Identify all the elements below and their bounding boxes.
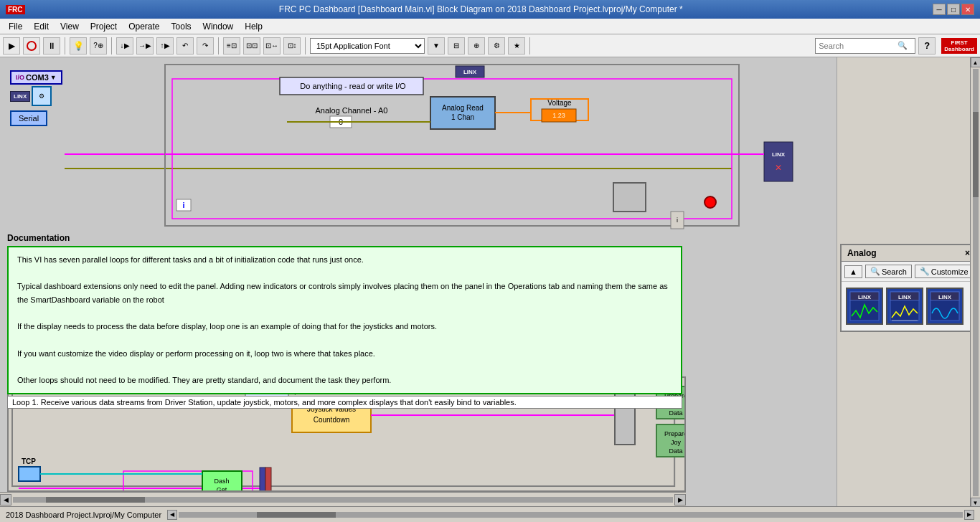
com3-dropdown[interactable]: ▼	[50, 74, 57, 81]
svg-text:Analog Channel - A0: Analog Channel - A0	[316, 106, 388, 115]
svg-rect-21	[613, 183, 646, 212]
help-button[interactable]: ?	[918, 37, 936, 54]
menu-edit[interactable]: Edit	[28, 20, 55, 33]
scroll-track[interactable]	[13, 497, 673, 503]
svg-rect-26	[176, 199, 191, 211]
minimize-button[interactable]: ─	[933, 4, 946, 15]
com3-block: I/O COM3 ▼ LINX ⚙ Serial	[10, 70, 62, 126]
svg-text:Prepare: Prepare	[664, 430, 684, 437]
analog-close-btn[interactable]: ×	[965, 248, 970, 258]
status-scroll-right[interactable]: ▶	[964, 510, 974, 520]
undo-button[interactable]: ↶	[176, 37, 194, 54]
com3-icon: I/O	[16, 74, 24, 81]
search-bar-top[interactable]: 🔍	[815, 38, 915, 54]
favorites-button[interactable]: ★	[508, 37, 525, 54]
svg-rect-17	[542, 109, 576, 122]
reorder-button[interactable]: ⊡↕	[283, 37, 301, 54]
menu-view[interactable]: View	[55, 20, 85, 33]
menu-operate[interactable]: Operate	[123, 20, 165, 33]
customize-icon: 🔧	[920, 267, 930, 276]
analog-up-btn[interactable]: ▲	[844, 265, 862, 278]
redo-button[interactable]: ↷	[197, 37, 214, 54]
doc-title: Documentation	[7, 233, 682, 243]
right-scroll-thumb[interactable]	[973, 112, 979, 197]
close-button[interactable]: ✕	[961, 4, 974, 15]
toolbar-separator-5	[529, 37, 530, 54]
svg-text:TCP: TCP	[22, 457, 36, 465]
maximize-button[interactable]: □	[947, 4, 960, 15]
serial-icon: ⚙	[32, 86, 52, 106]
analog-icons-row: LINX LINX	[842, 282, 976, 331]
scroll-thumb[interactable]	[46, 497, 145, 503]
svg-text:1 Chan: 1 Chan	[451, 113, 474, 121]
step-into-button[interactable]: ↓▶	[116, 37, 133, 54]
resize-button[interactable]: ⊡↔	[263, 37, 281, 54]
svg-text:Data: Data	[669, 409, 682, 417]
svg-rect-30	[671, 212, 684, 229]
menu-help[interactable]: Help	[239, 20, 268, 33]
analog-customize-label: Customize	[931, 267, 969, 276]
lv-icon: FRC	[6, 5, 25, 14]
xy-graph-icon[interactable]: LINX	[926, 288, 963, 325]
doc-line-3: If you want customize the video display …	[17, 347, 672, 361]
right-scrollbar[interactable]: ▲ ▼	[970, 57, 980, 508]
run-button[interactable]: ▶	[3, 37, 20, 54]
menu-tools[interactable]: Tools	[166, 20, 197, 33]
abort-button[interactable]	[23, 37, 40, 54]
svg-text:✕: ✕	[775, 163, 782, 173]
svg-text:Voltage: Voltage	[547, 99, 572, 107]
menu-project[interactable]: Project	[85, 20, 123, 33]
settings-button[interactable]: ⚙	[488, 37, 505, 54]
loop1-label: Loop 1. Receive various data streams fro…	[7, 396, 682, 409]
menu-file[interactable]: File	[3, 20, 28, 33]
svg-rect-3	[165, 65, 739, 226]
search-input[interactable]	[819, 42, 897, 50]
svg-text:Dash: Dash	[214, 478, 229, 485]
font-options-button[interactable]: ▼	[428, 37, 445, 54]
waveform-graph-icon[interactable]: LINX	[886, 288, 923, 325]
analog-header: Analog ×	[842, 245, 976, 262]
documentation-block: Documentation This VI has seven parallel…	[7, 233, 682, 409]
analog-toolbar: ▲ 🔍 Search 🔧 Customize ▼	[842, 262, 976, 282]
scroll-right-btn[interactable]: ▶	[674, 494, 686, 506]
svg-text:0: 0	[339, 118, 343, 126]
svg-rect-10	[330, 116, 352, 128]
analog-search-btn[interactable]: 🔍 Search	[865, 265, 912, 278]
analog-search-label: Search	[882, 267, 907, 276]
svg-rect-5	[280, 77, 423, 95]
title-bar: FRC FRC PC Dashboard [Dashboard Main.vi]…	[0, 0, 980, 19]
svg-rect-77	[19, 467, 40, 481]
scroll-left-btn[interactable]: ◀	[0, 494, 11, 506]
status-scroll-left[interactable]: ◀	[167, 510, 177, 520]
align-left-button[interactable]: ⊟	[448, 37, 465, 54]
align-button[interactable]: ≡⊡	[223, 37, 240, 54]
svg-rect-90	[265, 468, 271, 490]
highlight-button[interactable]: 💡	[70, 37, 87, 54]
context-help-button[interactable]: ?⊕	[90, 37, 107, 54]
menu-window[interactable]: Window	[197, 20, 240, 33]
horizontal-scrollbar[interactable]: ◀ ▶	[0, 492, 686, 506]
svg-rect-4	[172, 79, 732, 219]
main-content: I/O COM3 ▼ LINX ⚙ Serial Do anything - r…	[0, 57, 980, 506]
zoom-button[interactable]: ⊕	[468, 37, 485, 54]
distribute-button[interactable]: ⊡⊡	[243, 37, 260, 54]
svg-text:LINX: LINX	[858, 294, 872, 300]
svg-text:LINX: LINX	[938, 294, 952, 300]
scroll-up-btn[interactable]: ▲	[971, 57, 981, 67]
status-scrollbar[interactable]	[179, 512, 963, 518]
step-over-button[interactable]: →▶	[136, 37, 154, 54]
search-icon: 🔍	[897, 41, 908, 50]
analog-panel: Analog × ▲ 🔍 Search 🔧 Customize ▼	[840, 244, 977, 332]
doc-line-0: This VI has seven parallel loops for dif…	[17, 253, 672, 267]
doc-line-4: Other loops should not need to be modifi…	[17, 374, 672, 387]
right-panel: Analog × ▲ 🔍 Search 🔧 Customize ▼	[837, 57, 980, 506]
step-out-button[interactable]: ↑▶	[156, 37, 174, 54]
right-scroll-track[interactable]	[973, 69, 979, 496]
com3-label: COM3	[26, 73, 49, 82]
svg-text:1.23: 1.23	[552, 112, 565, 119]
doc-line-2: If the display needs to process the data…	[17, 320, 672, 333]
pause-button[interactable]: ⏸	[43, 37, 60, 54]
waveform-chart-icon[interactable]: LINX	[846, 288, 883, 325]
font-selector[interactable]: 15pt Application Font	[310, 38, 425, 54]
canvas-area[interactable]: I/O COM3 ▼ LINX ⚙ Serial Do anything - r…	[0, 57, 837, 506]
